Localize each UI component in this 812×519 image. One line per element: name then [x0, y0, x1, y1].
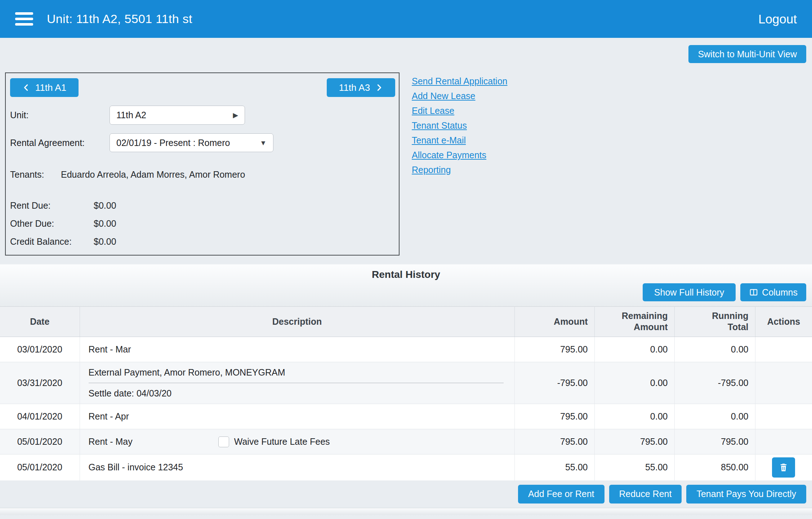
history-table-header-row: DateDescriptionAmountRemaining AmountRun…	[0, 307, 812, 337]
action-links: Send Rental ApplicationAdd New LeaseEdit…	[412, 72, 507, 256]
column-header-running-total: Running Total	[674, 307, 755, 337]
history-row: 03/01/2020Rent - Mar795.000.000.00	[0, 337, 812, 362]
history-cell-amount: 795.00	[514, 404, 594, 429]
history-cell-running-total: -795.00	[674, 362, 755, 404]
chevron-right-icon	[375, 84, 383, 92]
rental-agreement-select[interactable]: 02/01/19 - Present : Romero ▼	[110, 133, 273, 152]
columns-icon	[749, 288, 758, 297]
other-due-label: Other Due:	[10, 218, 94, 229]
history-cell-description: Rent - MayWaive Future Late Fees	[80, 429, 514, 454]
rental-history-title: Rental History	[6, 269, 806, 280]
unit-select-value: 11th A2	[116, 110, 146, 120]
prev-unit-label: 11th A1	[35, 82, 66, 93]
next-unit-button[interactable]: 11th A3	[327, 78, 395, 97]
tenants-row: Tenants: Eduardo Arreola, Adam Morres, A…	[10, 169, 395, 180]
logout-button[interactable]: Logout	[758, 12, 797, 26]
description-text: Rent - May	[89, 436, 133, 447]
other-due-value: $0.00	[94, 218, 116, 229]
description-line1: External Payment, Amor Romero, MONEYGRAM	[89, 365, 508, 378]
history-cell-running-total: 0.00	[674, 404, 755, 429]
rent-due-label: Rent Due:	[10, 200, 94, 211]
hamburger-menu-icon[interactable]	[15, 12, 33, 26]
history-cell-actions	[755, 429, 812, 454]
history-cell-date: 05/01/2020	[0, 429, 80, 454]
show-full-history-button[interactable]: Show Full History	[643, 283, 736, 301]
rental-agreement-label: Rental Agreement:	[10, 138, 110, 148]
trash-icon	[778, 462, 789, 473]
column-header-description: Description	[80, 307, 514, 337]
history-cell-date: 03/31/2020	[0, 362, 80, 404]
column-header-actions: Actions	[755, 307, 812, 337]
unit-select[interactable]: 11th A2 ▶	[110, 106, 245, 125]
tenant-pays-you-directly-button[interactable]: Tenant Pays You Directly	[686, 485, 806, 504]
add-fee-or-rent-button[interactable]: Add Fee or Rent	[518, 485, 604, 504]
history-cell-actions	[755, 404, 812, 429]
column-header-amount: Amount	[514, 307, 594, 337]
action-link-send-rental-application[interactable]: Send Rental Application	[412, 74, 507, 89]
description-divider	[89, 383, 504, 383]
history-cell-description: Gas Bill - invoice 12345	[80, 454, 514, 480]
action-link-edit-lease[interactable]: Edit Lease	[412, 103, 454, 118]
history-row: 04/01/2020Rent - Apr795.000.000.00	[0, 404, 812, 429]
rental-history-section: Rental History Show Full History Columns…	[0, 264, 812, 515]
history-cell-amount: -795.00	[514, 362, 594, 404]
unit-nav-row: 11th A1 11th A3	[10, 78, 395, 97]
history-cell-date: 04/01/2020	[0, 404, 80, 429]
unit-label: Unit:	[10, 110, 110, 120]
rental-history-band: Rental History Show Full History Columns	[0, 264, 812, 306]
column-header-date: Date	[0, 307, 80, 337]
history-cell-description: Rent - Mar	[80, 337, 514, 362]
history-cell-remaining-amount: 55.00	[594, 454, 674, 480]
action-link-reporting[interactable]: Reporting	[412, 163, 451, 177]
credit-balance-value: $0.00	[94, 236, 116, 247]
waive-late-fees-control[interactable]: Waive Future Late Fees	[218, 436, 330, 447]
history-cell-actions	[755, 362, 812, 404]
waive-late-fees-label: Waive Future Late Fees	[234, 436, 330, 447]
history-cell-running-total: 850.00	[674, 454, 755, 480]
credit-balance-row: Credit Balance: $0.00	[10, 232, 395, 250]
history-cell-actions	[755, 337, 812, 362]
columns-button-label: Columns	[762, 287, 798, 298]
prev-unit-button[interactable]: 11th A1	[10, 78, 79, 97]
history-cell-remaining-amount: 0.00	[594, 337, 674, 362]
history-cell-amount: 795.00	[514, 337, 594, 362]
rental-agreement-value: 02/01/19 - Present : Romero	[116, 138, 230, 148]
history-table-body: 03/01/2020Rent - Mar795.000.000.0003/31/…	[0, 337, 812, 480]
delete-row-button[interactable]	[772, 457, 795, 478]
history-cell-amount: 795.00	[514, 429, 594, 454]
settle-date-note: Settle date: 04/03/20	[89, 388, 508, 401]
history-cell-remaining-amount: 795.00	[594, 429, 674, 454]
chevron-left-icon	[22, 84, 30, 92]
tenants-value: Eduardo Arreola, Adam Morres, Amor Romer…	[61, 169, 245, 180]
history-row: 03/31/2020External Payment, Amor Romero,…	[0, 362, 812, 404]
switch-multi-unit-view-button[interactable]: Switch to Multi-Unit View	[688, 45, 806, 63]
history-cell-description: External Payment, Amor Romero, MONEYGRAM…	[80, 362, 514, 404]
columns-button[interactable]: Columns	[740, 283, 806, 301]
column-header-remaining-amount: Remaining Amount	[594, 307, 674, 337]
history-cell-date: 03/01/2020	[0, 337, 80, 362]
action-link-add-new-lease[interactable]: Add New Lease	[412, 89, 476, 103]
unit-field-row: Unit: 11th A2 ▶	[10, 106, 395, 125]
rent-due-row: Rent Due: $0.00	[10, 196, 395, 214]
history-cell-remaining-amount: 0.00	[594, 404, 674, 429]
rent-due-value: $0.00	[94, 200, 116, 211]
action-link-tenant-status[interactable]: Tenant Status	[412, 118, 467, 133]
action-link-allocate-payments[interactable]: Allocate Payments	[412, 148, 486, 163]
credit-balance-label: Credit Balance:	[10, 236, 94, 247]
unit-info-panel: 11th A1 11th A3 Unit: 11th A2 ▶ Rental A…	[5, 72, 400, 256]
page-title: Unit: 11th A2, 5501 11th st	[47, 12, 192, 26]
history-row: 05/01/2020Gas Bill - invoice 1234555.005…	[0, 454, 812, 480]
history-cell-running-total: 0.00	[674, 337, 755, 362]
arrow-down-icon: ▼	[260, 139, 267, 146]
reduce-rent-button[interactable]: Reduce Rent	[609, 485, 682, 504]
history-buttons-row: Show Full History Columns	[6, 283, 806, 301]
history-cell-date: 05/01/2020	[0, 454, 80, 480]
history-cell-remaining-amount: 0.00	[594, 362, 674, 404]
waive-late-fees-checkbox[interactable]	[218, 436, 229, 447]
rental-history-table: DateDescriptionAmountRemaining AmountRun…	[0, 306, 812, 480]
history-cell-description: Rent - Apr	[80, 404, 514, 429]
history-footer-buttons: Add Fee or RentReduce RentTenant Pays Yo…	[0, 480, 812, 508]
action-link-tenant-e-mail[interactable]: Tenant e-Mail	[412, 133, 466, 148]
history-cell-amount: 55.00	[514, 454, 594, 480]
top-bar: Unit: 11th A2, 5501 11th st Logout	[0, 0, 812, 38]
